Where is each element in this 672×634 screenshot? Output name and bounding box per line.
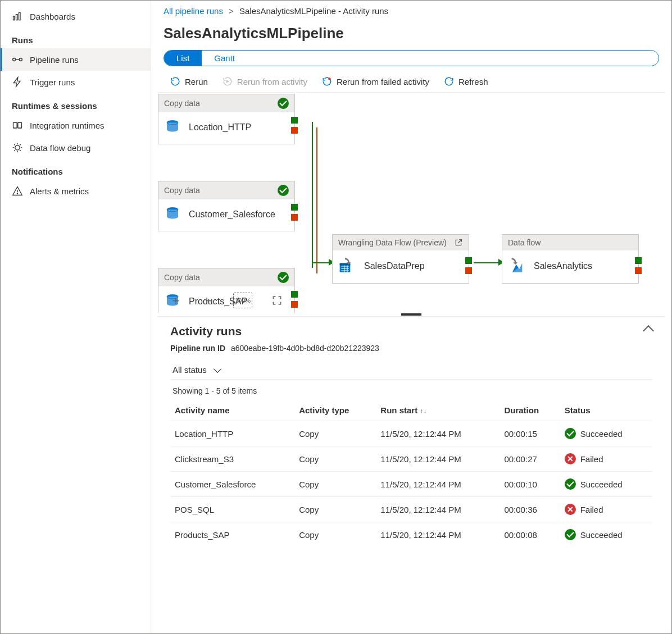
svg-point-9 (328, 77, 331, 80)
output-port-failure[interactable] (291, 127, 298, 134)
pipeline-node-n4[interactable]: Wrangling Data Flow (Preview)SalesDataPr… (332, 234, 469, 284)
sidebar-item-pipeline-runs[interactable]: Pipeline runs (1, 48, 151, 71)
success-icon (565, 478, 576, 490)
rerun-from-activity-button: Rerun from activity (223, 76, 307, 86)
svg-rect-0 (13, 16, 15, 20)
output-port-failure[interactable] (291, 214, 298, 221)
table-row[interactable]: Clickstream_S3Copy11/5/20, 12:12:44 PM00… (170, 446, 652, 472)
cell-run-start: 11/5/20, 12:12:44 PM (376, 446, 500, 472)
output-port-success[interactable] (291, 117, 298, 124)
cell-run-start: 11/5/20, 12:12:44 PM (376, 522, 500, 548)
pipeline-node-n5[interactable]: Data flowSalesAnalytics (502, 234, 639, 284)
node-type-label: Copy data (164, 273, 200, 282)
output-port-success[interactable] (291, 204, 298, 211)
zoom-in-button[interactable]: ＋ (168, 293, 184, 308)
failed-icon (565, 453, 576, 464)
rerun-button[interactable]: Rerun (170, 76, 208, 86)
sidebar-header-notifications: Notifications (1, 159, 151, 180)
col-status[interactable]: Status (560, 399, 652, 421)
sidebar-header-runtimes: Runtimes & sessions (1, 93, 151, 114)
node-type-label: Copy data (164, 99, 200, 108)
page-title: SalesAnalyticsMLPipeline (151, 16, 671, 50)
cell-status: Succeeded (560, 472, 652, 497)
cell-activity-name: Products_SAP (170, 522, 294, 548)
main: All pipeline runs > SalesAnalyticsMLPipe… (151, 1, 671, 633)
cell-activity-type: Copy (294, 446, 376, 472)
sidebar-item-data-flow-debug[interactable]: Data flow debug (1, 136, 151, 159)
sidebar-item-label: Dashboards (30, 12, 75, 21)
node-title: SalesDataPrep (364, 261, 425, 271)
open-external-icon[interactable] (454, 238, 463, 247)
showing-count: Showing 1 - 5 of 5 items (170, 380, 652, 399)
dashboard-icon (12, 11, 23, 22)
chevron-down-icon (214, 365, 221, 373)
output-port-success[interactable] (291, 291, 298, 298)
refresh-button[interactable]: Refresh (444, 76, 488, 86)
table-row[interactable]: Customer_SalesforceCopy11/5/20, 12:12:44… (170, 472, 652, 497)
cell-status: Failed (560, 497, 652, 522)
connector-line (316, 127, 317, 273)
cell-duration: 00:00:15 (500, 421, 560, 446)
view-toggle-gantt[interactable]: Gantt (202, 51, 247, 66)
success-icon (278, 185, 289, 196)
cell-run-start: 11/5/20, 12:12:44 PM (376, 421, 500, 446)
node-type-label: Wrangling Data Flow (Preview) (338, 238, 447, 247)
chevron-up-icon (643, 325, 654, 336)
cell-status: Succeeded (560, 522, 652, 548)
refresh-icon (444, 76, 454, 86)
cell-run-start: 11/5/20, 12:12:44 PM (376, 497, 500, 522)
col-run-start[interactable]: Run start↑↓ (376, 399, 500, 421)
cell-activity-name: Clickstream_S3 (170, 446, 294, 472)
table-row[interactable]: Location_HTTPCopy11/5/20, 12:12:44 PM00:… (170, 421, 652, 446)
fullscreen-button[interactable] (269, 293, 285, 308)
col-activity-type[interactable]: Activity type (294, 399, 376, 421)
cell-status: Failed (560, 446, 652, 472)
toolbar: Rerun Rerun from activity Rerun from fai… (158, 72, 665, 93)
activity-runs-panel: Activity runs Pipeline run ID a600eabe-1… (158, 316, 665, 555)
pipeline-node-n2[interactable]: Copy dataCustomer_Salesforce (158, 181, 295, 231)
output-port-failure[interactable] (465, 267, 472, 274)
pipeline-canvas[interactable]: Copy dataLocation_HTTPCopy dataCustomer_… (158, 94, 665, 313)
failed-icon (565, 504, 576, 515)
cell-activity-type: Copy (294, 522, 376, 548)
zoom-out-button[interactable]: － (201, 293, 216, 308)
node-type-label: Copy data (164, 186, 200, 195)
output-port-success[interactable] (465, 257, 472, 264)
table-row[interactable]: POS_SQLCopy11/5/20, 12:12:44 PM00:00:36F… (170, 497, 652, 522)
sidebar: Dashboards Runs Pipeline runs Trigger ru… (1, 1, 151, 633)
sidebar-item-dashboards[interactable]: Dashboards (1, 5, 151, 28)
output-port-success[interactable] (635, 257, 642, 264)
rerun-activity-icon (223, 76, 233, 86)
output-port-failure[interactable] (635, 267, 642, 274)
success-icon (278, 98, 289, 109)
view-toggle: List Gantt (164, 50, 659, 66)
svg-rect-5 (13, 122, 17, 128)
table-row[interactable]: Products_SAPCopy11/5/20, 12:12:44 PM00:0… (170, 522, 652, 548)
debug-icon (12, 142, 23, 153)
zoom-fit-button[interactable]: 100% (233, 293, 252, 308)
cell-status: Succeeded (560, 421, 652, 446)
rerun-from-failed-button[interactable]: Rerun from failed activity (322, 76, 429, 86)
cell-duration: 00:00:36 (500, 497, 560, 522)
output-port-failure[interactable] (291, 301, 298, 308)
sidebar-item-alerts-metrics[interactable]: Alerts & metrics (1, 180, 151, 202)
breadcrumb: All pipeline runs > SalesAnalyticsMLPipe… (151, 1, 671, 16)
view-toggle-list[interactable]: List (164, 51, 202, 66)
col-duration[interactable]: Duration (500, 399, 560, 421)
pipeline-node-n1[interactable]: Copy dataLocation_HTTP (158, 94, 295, 144)
alert-icon (12, 185, 23, 197)
sidebar-item-label: Alerts & metrics (30, 186, 89, 196)
node-title: SalesAnalytics (534, 261, 592, 271)
sidebar-item-label: Trigger runs (30, 77, 75, 87)
sidebar-item-label: Pipeline runs (30, 55, 79, 65)
breadcrumb-root[interactable]: All pipeline runs (164, 6, 223, 16)
col-activity-name[interactable]: Activity name (170, 399, 294, 421)
status-filter-dropdown[interactable]: All status (170, 361, 652, 380)
activity-runs-table: Activity name Activity type Run start↑↓ … (170, 399, 652, 547)
integration-icon (12, 120, 23, 131)
sidebar-item-integration-runtimes[interactable]: Integration runtimes (1, 114, 151, 136)
node-title: Location_HTTP (189, 122, 251, 133)
sidebar-item-trigger-runs[interactable]: Trigger runs (1, 71, 151, 93)
node-title: Customer_Salesforce (189, 209, 275, 220)
collapse-button[interactable] (644, 327, 652, 336)
